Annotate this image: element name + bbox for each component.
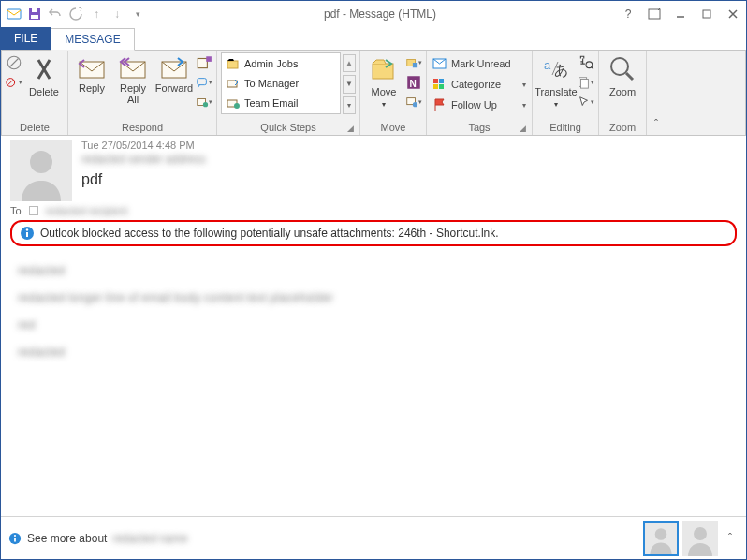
next-item-icon[interactable]: ↓ bbox=[110, 7, 124, 22]
svg-line-10 bbox=[8, 80, 13, 84]
categorize-button[interactable]: Categorize ▾ bbox=[431, 75, 528, 94]
gallery-up-icon[interactable]: ▲ bbox=[343, 54, 356, 72]
group-label-tags: Tags◢ bbox=[431, 121, 528, 135]
meeting-icon[interactable] bbox=[196, 54, 212, 71]
info-icon bbox=[8, 532, 22, 545]
group-delete: ▾ Delete Delete bbox=[2, 51, 68, 135]
ribbon-tabs: FILE MESSAGE bbox=[1, 27, 746, 50]
chevron-down-icon: ▾ bbox=[522, 81, 526, 89]
forward-button[interactable]: Forward bbox=[154, 52, 194, 94]
window-title: pdf - Message (HTML) bbox=[145, 7, 615, 21]
group-label-delete: Delete bbox=[6, 121, 64, 135]
svg-point-47 bbox=[26, 228, 28, 230]
onenote-icon[interactable]: N bbox=[405, 74, 422, 91]
quickstep-to-manager[interactable]: To Manager bbox=[222, 73, 340, 93]
svg-rect-25 bbox=[413, 63, 417, 67]
svg-rect-31 bbox=[433, 79, 438, 83]
svg-line-38 bbox=[592, 67, 593, 69]
collapse-ribbon-icon[interactable]: ˆ bbox=[647, 51, 666, 135]
svg-rect-32 bbox=[439, 79, 444, 83]
junk-icon[interactable]: ▾ bbox=[6, 74, 22, 91]
title-bar: ↑ ↓ ▾ pdf - Message (HTML) ? bbox=[1, 1, 746, 27]
delete-button[interactable]: Delete bbox=[24, 52, 64, 97]
svg-rect-16 bbox=[198, 79, 207, 85]
move-button[interactable]: Move▾ bbox=[364, 52, 403, 111]
svg-rect-19 bbox=[227, 61, 238, 68]
tags-launcher-icon[interactable]: ◢ bbox=[520, 124, 526, 133]
follow-up-button[interactable]: Follow Up ▾ bbox=[431, 96, 528, 114]
svg-rect-4 bbox=[649, 9, 660, 19]
svg-point-54 bbox=[694, 527, 707, 540]
qat-customize-icon[interactable]: ▾ bbox=[130, 7, 145, 22]
message-subject: pdf bbox=[81, 171, 737, 188]
contact-avatar-selected[interactable] bbox=[643, 521, 679, 556]
zoom-button[interactable]: Zoom bbox=[603, 52, 642, 97]
team-email-icon bbox=[226, 96, 241, 111]
svg-rect-15 bbox=[206, 56, 212, 62]
message-timestamp: Tue 27/05/2014 4:48 PM bbox=[81, 140, 737, 151]
tab-file[interactable]: FILE bbox=[1, 27, 51, 50]
group-label-quicksteps: Quick Steps◢ bbox=[221, 121, 356, 135]
im-icon[interactable]: ▾ bbox=[196, 74, 212, 91]
rules-icon[interactable]: ▾ bbox=[405, 54, 422, 71]
quick-access-toolbar: ↑ ↓ ▾ bbox=[1, 7, 145, 22]
group-label-move: Move bbox=[364, 121, 422, 135]
svg-point-41 bbox=[611, 58, 628, 75]
quickstep-team-email[interactable]: Team Email bbox=[222, 94, 340, 113]
svg-point-22 bbox=[234, 103, 240, 109]
redo-icon[interactable] bbox=[68, 7, 83, 22]
tab-message[interactable]: MESSAGE bbox=[51, 28, 134, 51]
group-tags: Mark Unread Categorize ▾ Follow Up ▾ Tag… bbox=[427, 51, 533, 135]
previous-item-icon[interactable]: ↑ bbox=[89, 7, 104, 22]
see-more-name: redacted name bbox=[112, 532, 187, 545]
svg-text:あ: あ bbox=[554, 62, 568, 78]
svg-text:N: N bbox=[410, 79, 417, 89]
help-icon[interactable]: ? bbox=[615, 4, 641, 24]
undo-icon[interactable] bbox=[48, 7, 63, 22]
reply-button[interactable]: Reply bbox=[72, 52, 111, 94]
gallery-more-icon[interactable]: ▾ bbox=[343, 96, 356, 114]
reply-all-button[interactable]: Reply All bbox=[113, 52, 153, 105]
ribbon-display-options-icon[interactable] bbox=[641, 4, 667, 24]
more-respond-icon[interactable]: ▾ bbox=[196, 94, 212, 111]
translate-button[interactable]: aあ Translate▾ bbox=[536, 52, 576, 111]
svg-rect-46 bbox=[26, 232, 28, 237]
ignore-icon[interactable] bbox=[6, 54, 22, 71]
banner-text: Outlook blocked access to the following … bbox=[40, 227, 499, 240]
actions-icon[interactable]: ▾ bbox=[405, 94, 422, 111]
svg-rect-0 bbox=[7, 9, 21, 19]
gallery-down-icon[interactable]: ▼ bbox=[343, 75, 356, 93]
maximize-button[interactable] bbox=[694, 4, 720, 24]
svg-line-42 bbox=[626, 73, 633, 80]
ribbon: ▾ Delete Delete Reply Reply All Forward bbox=[1, 50, 746, 136]
select-icon[interactable]: ▾ bbox=[578, 94, 594, 111]
svg-rect-40 bbox=[581, 80, 589, 89]
sender-avatar bbox=[10, 140, 72, 201]
svg-rect-23 bbox=[373, 64, 393, 79]
message-to: redacted recipient bbox=[46, 205, 127, 216]
quick-steps-gallery[interactable]: Admin Jobs To Manager Team Email bbox=[221, 52, 341, 114]
message-from: redacted sender address bbox=[81, 153, 737, 169]
quicksteps-launcher-icon[interactable]: ◢ bbox=[347, 124, 354, 133]
close-button[interactable] bbox=[720, 4, 746, 24]
related-icon[interactable]: ▾ bbox=[578, 74, 594, 91]
see-more-label: See more about bbox=[27, 532, 107, 545]
svg-rect-2 bbox=[32, 8, 37, 12]
save-icon[interactable] bbox=[27, 7, 42, 22]
group-respond: Reply Reply All Forward ▾ ▾ Respond bbox=[68, 51, 217, 135]
expand-people-pane-icon[interactable]: ˆ bbox=[722, 532, 739, 545]
svg-rect-14 bbox=[198, 59, 207, 68]
minimize-button[interactable] bbox=[667, 4, 694, 24]
svg-rect-20 bbox=[227, 81, 237, 87]
group-label-respond: Respond bbox=[72, 121, 212, 135]
chevron-down-icon: ▾ bbox=[522, 101, 526, 110]
quickstep-admin-jobs[interactable]: Admin Jobs bbox=[222, 53, 340, 73]
svg-point-18 bbox=[203, 102, 208, 107]
mark-unread-button[interactable]: Mark Unread bbox=[431, 54, 528, 73]
contact-avatar[interactable] bbox=[682, 521, 718, 556]
svg-point-50 bbox=[14, 534, 16, 536]
find-icon[interactable] bbox=[578, 54, 594, 71]
svg-point-52 bbox=[655, 528, 667, 540]
body-line: redacted longer line of email body conte… bbox=[18, 290, 729, 304]
blocked-attachment-banner: Outlook blocked access to the following … bbox=[10, 220, 737, 246]
